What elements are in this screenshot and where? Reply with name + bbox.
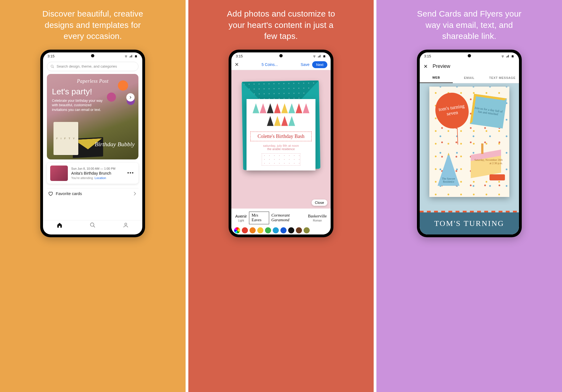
search-input[interactable]: Search design, theme, and categories bbox=[47, 62, 138, 71]
color-swatch[interactable] bbox=[265, 227, 271, 233]
phone-mockup-1: 3:15 Search design, theme, and categorie… bbox=[40, 50, 145, 237]
event-title: Anita's Birthday Brunch bbox=[71, 171, 123, 175]
card-stars-field[interactable] bbox=[262, 153, 300, 166]
marketing-panels: Discover beautiful, creative designs and… bbox=[0, 0, 562, 392]
preview-title: Preview bbox=[433, 63, 450, 69]
event-info: Sun Jun 8, 10:00 AM — 1:00 PM Anita's Bi… bbox=[71, 167, 123, 180]
cake-date: Saturday, November 26th bbox=[474, 158, 502, 162]
home-icon bbox=[57, 222, 63, 228]
party-hat-icon bbox=[288, 116, 295, 126]
color-swatch[interactable] bbox=[250, 227, 256, 233]
next-button[interactable]: Next bbox=[312, 61, 327, 68]
coins-button[interactable]: 5 Coins... bbox=[262, 62, 278, 67]
card-sub2[interactable]: the arable residence bbox=[250, 147, 312, 151]
panel-customize: Add photos and customize to your heart's… bbox=[188, 0, 374, 392]
wifi-icon bbox=[501, 55, 505, 58]
color-swatch[interactable] bbox=[296, 227, 302, 233]
gift-text: Join us for a day full of fun and mischi… bbox=[474, 106, 503, 116]
camera-dot bbox=[468, 54, 471, 57]
camera-dot bbox=[279, 54, 283, 57]
status-time: 3:15 bbox=[47, 54, 54, 58]
battery-icon bbox=[322, 55, 326, 58]
hero-subtitle: Celebrate your birthday your way with be… bbox=[52, 98, 107, 113]
tab-home[interactable] bbox=[57, 222, 63, 228]
heart-icon bbox=[48, 191, 53, 196]
event-location-link[interactable]: Location bbox=[95, 176, 106, 180]
color-swatch[interactable] bbox=[234, 227, 240, 233]
party-hat-icon bbox=[253, 103, 259, 113]
signal-icon bbox=[129, 55, 133, 58]
party-hat-icon bbox=[288, 103, 295, 113]
gift-art: Join us for a day full of fun and mischi… bbox=[470, 94, 507, 129]
camera-dot bbox=[91, 54, 94, 57]
status-icons bbox=[501, 55, 515, 58]
font-option[interactable]: Mrs Eaves bbox=[249, 212, 269, 224]
svg-point-2 bbox=[90, 223, 94, 226]
party-hat-icon bbox=[274, 116, 281, 126]
font-option[interactable]: BaskervilleRoman bbox=[306, 213, 329, 223]
bottom-tabbar bbox=[43, 220, 142, 234]
preview-tab[interactable]: WEB bbox=[420, 73, 453, 83]
status-time: 3:15 bbox=[424, 54, 431, 58]
preview-tab[interactable]: TEXT MESSAGE bbox=[486, 73, 519, 83]
party-hat-icon bbox=[267, 103, 274, 113]
signal-icon bbox=[506, 55, 510, 58]
wifi-icon bbox=[124, 55, 128, 58]
balloon-text: tom's turning seven bbox=[435, 103, 469, 118]
color-swatch[interactable] bbox=[288, 227, 294, 233]
party-hat-icon bbox=[281, 116, 288, 126]
preview-tab[interactable]: EMAIL bbox=[453, 73, 486, 83]
event-card[interactable]: Sun Jun 8, 10:00 AM — 1:00 PM Anita's Bi… bbox=[47, 163, 138, 184]
hero-flowers-art bbox=[100, 74, 138, 113]
color-swatch[interactable] bbox=[242, 227, 248, 233]
party-hat-icon bbox=[260, 103, 266, 113]
hero-fifty-card: F I F T Y bbox=[53, 122, 78, 155]
tab-profile[interactable] bbox=[123, 222, 129, 228]
status-icons bbox=[124, 55, 138, 58]
card-sub1[interactable]: saturday, july 8th at noon bbox=[250, 144, 312, 147]
color-swatch[interactable] bbox=[273, 227, 279, 233]
cake-candle bbox=[481, 143, 483, 154]
hero-card[interactable]: Paperless Post Let's party! Celebrate yo… bbox=[47, 74, 138, 159]
search-placeholder: Search design, theme, and categories bbox=[57, 64, 117, 68]
battery-icon bbox=[134, 55, 138, 58]
preview-canvas[interactable]: tom's turning seven Join us for a day fu… bbox=[420, 83, 519, 234]
party-hat-icon bbox=[281, 103, 288, 113]
editor-header: ✕ 5 Coins... Save Next bbox=[231, 60, 331, 70]
svg-point-4 bbox=[125, 223, 127, 225]
screen-1: 3:15 Search design, theme, and categorie… bbox=[43, 52, 142, 234]
battery-icon bbox=[511, 55, 515, 58]
card-title-field[interactable]: Colette's Birthday Bash bbox=[250, 132, 312, 141]
phone-mockup-3: 3:15 ✕ Preview WEBEMAILTEXT MESSAGE bbox=[417, 50, 522, 237]
color-swatch[interactable] bbox=[280, 227, 287, 233]
close-button[interactable]: ✕ bbox=[235, 62, 239, 68]
tab-search[interactable] bbox=[90, 222, 96, 228]
signal-icon bbox=[317, 55, 321, 58]
close-editor-button[interactable]: Close bbox=[312, 199, 327, 206]
hat-text: The Sawyer Residence bbox=[438, 177, 460, 183]
headline-2: Add photos and customize to your heart's… bbox=[223, 8, 339, 42]
font-option[interactable]: Cormorant Garamond bbox=[269, 212, 306, 224]
hero-next-button[interactable] bbox=[126, 93, 135, 102]
screen-3: 3:15 ✕ Preview WEBEMAILTEXT MESSAGE bbox=[420, 52, 519, 234]
color-swatch[interactable] bbox=[304, 227, 310, 233]
headline-3: Send Cards and Flyers your way via email… bbox=[411, 8, 527, 42]
close-button[interactable]: ✕ bbox=[424, 63, 428, 70]
save-button[interactable]: Save bbox=[301, 62, 309, 67]
status-icons bbox=[312, 55, 326, 58]
card-face[interactable]: Colette's Birthday Bash saturday, july 8… bbox=[247, 99, 315, 170]
person-icon bbox=[123, 222, 129, 228]
color-swatch[interactable] bbox=[257, 227, 263, 233]
phone-mockup-2: 3:15 ✕ 5 Coins... Save Next bbox=[229, 50, 333, 237]
party-hat-icon bbox=[303, 103, 309, 113]
screen-2: 3:15 ✕ 5 Coins... Save Next bbox=[231, 52, 331, 234]
preview-tabs: WEBEMAILTEXT MESSAGE bbox=[420, 73, 519, 83]
favorite-cards-row[interactable]: Favorite cards bbox=[47, 188, 138, 199]
wifi-icon bbox=[312, 55, 316, 58]
editor-canvas[interactable]: Colette's Birthday Bash saturday, july 8… bbox=[231, 70, 331, 209]
color-picker bbox=[231, 226, 331, 234]
font-option[interactable]: AvenirLight bbox=[233, 213, 249, 223]
favorites-label: Favorite cards bbox=[56, 191, 82, 196]
event-more-button[interactable]: ••• bbox=[126, 170, 135, 176]
preview-card: tom's turning seven Join us for a day fu… bbox=[429, 87, 509, 197]
